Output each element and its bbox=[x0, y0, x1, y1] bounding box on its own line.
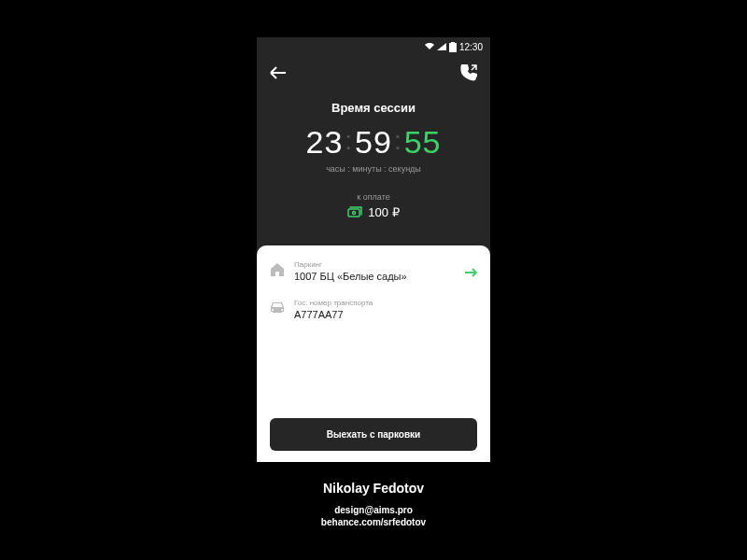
arrow-right-icon bbox=[464, 268, 477, 277]
timer-labels: часы : минуты : секунды bbox=[326, 164, 421, 174]
call-button[interactable] bbox=[460, 64, 477, 81]
vehicle-label: Гос. номер транспорта bbox=[294, 299, 477, 307]
exit-button[interactable]: Выехать с парковки bbox=[270, 418, 477, 451]
svg-rect-1 bbox=[451, 42, 455, 43]
parking-label: Паркинг bbox=[294, 260, 477, 269]
vehicle-value: А777АА77 bbox=[294, 309, 477, 320]
battery-icon bbox=[449, 42, 457, 52]
wifi-icon bbox=[425, 43, 434, 50]
status-time: 12:30 bbox=[459, 42, 483, 52]
payment-label: к оплате bbox=[357, 192, 389, 202]
bottom-card: Паркинг 1007 БЦ «Белые сады» Гос. номер … bbox=[257, 245, 490, 462]
signal-icon bbox=[437, 43, 446, 50]
session-title: Время сессии bbox=[331, 101, 416, 115]
timer-colon: : bbox=[394, 128, 402, 154]
session-content: Время сессии 23 : 59 : 55 часы : минуты … bbox=[257, 90, 490, 238]
payment-value: 100 ₽ bbox=[368, 205, 399, 219]
timer-minutes: 59 bbox=[355, 124, 392, 161]
phone-frame: 12:30 Время сессии 23 : 59 : 55 часы : м… bbox=[257, 37, 490, 462]
home-icon bbox=[270, 262, 285, 277]
session-timer: 23 : 59 : 55 bbox=[305, 124, 441, 161]
car-icon bbox=[270, 301, 285, 314]
svg-rect-2 bbox=[348, 209, 359, 217]
parking-row[interactable]: Паркинг 1007 БЦ «Белые сады» bbox=[270, 260, 477, 282]
status-bar: 12:30 bbox=[257, 37, 490, 56]
credit-name: Nikolay Fedotov bbox=[321, 481, 426, 496]
parking-value: 1007 БЦ «Белые сады» bbox=[294, 271, 477, 282]
credit-email: design@aims.pro bbox=[321, 505, 426, 515]
timer-seconds: 55 bbox=[404, 124, 442, 161]
credits: Nikolay Fedotov design@aims.pro behance.… bbox=[321, 481, 426, 529]
svg-point-3 bbox=[353, 212, 356, 215]
back-button[interactable] bbox=[270, 66, 287, 79]
credit-portfolio: behance.com/srfedotov bbox=[321, 517, 426, 527]
timer-hours: 23 bbox=[305, 124, 343, 161]
payment-amount: 100 ₽ bbox=[347, 205, 399, 219]
cash-icon bbox=[347, 206, 362, 218]
phone-out-icon bbox=[460, 64, 477, 81]
status-icons: 12:30 bbox=[425, 42, 483, 52]
arrow-left-icon bbox=[270, 66, 287, 79]
svg-rect-0 bbox=[449, 43, 457, 52]
nav-bar bbox=[257, 56, 490, 90]
vehicle-row: Гос. номер транспорта А777АА77 bbox=[270, 299, 477, 320]
timer-colon: : bbox=[345, 128, 353, 154]
